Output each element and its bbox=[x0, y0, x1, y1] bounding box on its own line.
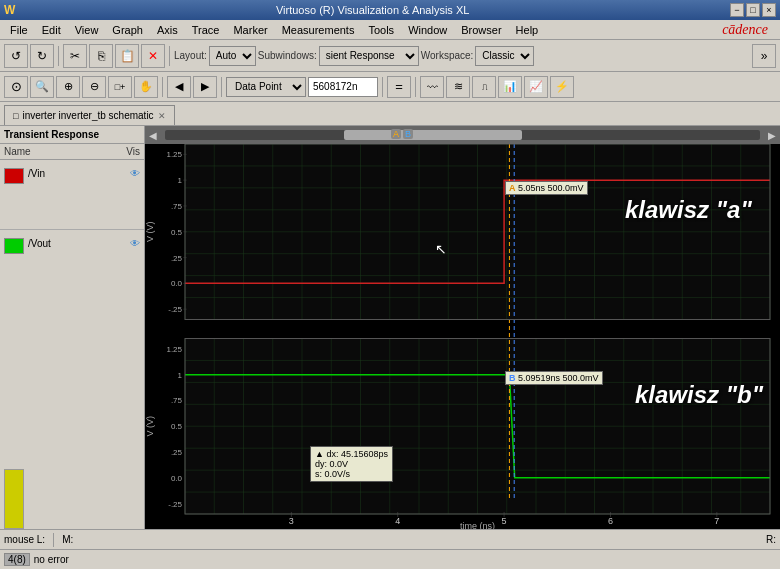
vout-vis-toggle[interactable]: 👁 bbox=[130, 238, 140, 249]
tab-label: inverter inverter_tb schematic bbox=[22, 110, 153, 121]
marker-a-icon: A bbox=[509, 183, 516, 193]
vin-vis-toggle[interactable]: 👁 bbox=[130, 168, 140, 179]
marker-a-scrollbar: A bbox=[391, 129, 401, 139]
menu-edit[interactable]: Edit bbox=[36, 23, 67, 37]
redo-button[interactable]: ↻ bbox=[30, 44, 54, 68]
vout-color-box bbox=[4, 238, 24, 254]
subwindows-select[interactable]: sient Response bbox=[319, 46, 419, 66]
marker-b-scrollbar: B bbox=[403, 129, 413, 139]
undo-button[interactable]: ↺ bbox=[4, 44, 28, 68]
panel-title: Transient Response bbox=[0, 126, 144, 144]
schematic-tab[interactable]: □ inverter inverter_tb schematic ✕ bbox=[4, 105, 175, 125]
error-count: 4(8) bbox=[4, 553, 30, 566]
datapoint-select[interactable]: Data Point bbox=[226, 77, 306, 97]
tab-bar: □ inverter inverter_tb schematic ✕ bbox=[0, 102, 780, 126]
pan-button[interactable]: ✋ bbox=[134, 76, 158, 98]
menu-axis[interactable]: Axis bbox=[151, 23, 184, 37]
workspace-label: Workspace: bbox=[421, 50, 474, 61]
bottom-bar: 4(8) no error bbox=[0, 549, 780, 569]
scroll-right-arrow[interactable]: ▶ bbox=[764, 130, 780, 141]
window-controls[interactable]: − □ × bbox=[730, 3, 776, 17]
toolbar-1: ↺ ↻ ✂ ⎘ 📋 ✕ Layout: Auto Subwindows: sie… bbox=[0, 40, 780, 72]
wave-btn2[interactable]: ≋ bbox=[446, 76, 470, 98]
menu-file[interactable]: File bbox=[4, 23, 34, 37]
app-icon: W bbox=[4, 3, 15, 17]
scroll-left-arrow[interactable]: ◀ bbox=[145, 130, 161, 141]
cut-button[interactable]: ✂ bbox=[63, 44, 87, 68]
error-message: no error bbox=[34, 554, 69, 565]
panel-header: Name Vis bbox=[0, 144, 144, 160]
chart-scrollbar[interactable]: ◀ A B ▶ bbox=[145, 126, 780, 144]
menu-graph[interactable]: Graph bbox=[106, 23, 149, 37]
close-button[interactable]: × bbox=[762, 3, 776, 17]
delete-button[interactable]: ✕ bbox=[141, 44, 165, 68]
menu-marker[interactable]: Marker bbox=[227, 23, 273, 37]
wave-btn3[interactable]: ⎍ bbox=[472, 76, 496, 98]
separator-1 bbox=[58, 46, 59, 66]
cadence-logo: cādence bbox=[722, 22, 776, 38]
separator-6 bbox=[415, 77, 416, 97]
menu-help[interactable]: Help bbox=[510, 23, 545, 37]
more-button[interactable]: » bbox=[752, 44, 776, 68]
toolbar-2: ⊙ 🔍 ⊕ ⊖ □+ ✋ ◀ ▶ Data Point 5608172n = 〰… bbox=[0, 72, 780, 102]
window-title: Virtuoso (R) Visualization & Analysis XL bbox=[15, 4, 730, 16]
prev-button[interactable]: ◀ bbox=[167, 76, 191, 98]
delta-dx: ▲ dx: 45.15608ps bbox=[315, 449, 388, 459]
mouse-l-label: mouse L: bbox=[4, 534, 45, 545]
klawisz-b-label: klawisz "b" bbox=[635, 381, 763, 409]
separator-5 bbox=[382, 77, 383, 97]
zoom-fit-button[interactable]: ⊙ bbox=[4, 76, 28, 98]
main-content: Transient Response Name Vis /Vin 👁 /Vout… bbox=[0, 126, 780, 529]
menu-view[interactable]: View bbox=[69, 23, 105, 37]
scrollbar-track[interactable]: A B bbox=[165, 130, 760, 140]
menu-window[interactable]: Window bbox=[402, 23, 453, 37]
menu-trace[interactable]: Trace bbox=[186, 23, 226, 37]
left-panel: Transient Response Name Vis /Vin 👁 /Vout… bbox=[0, 126, 145, 529]
wave-btn6[interactable]: ⚡ bbox=[550, 76, 574, 98]
calc-button[interactable]: = bbox=[387, 76, 411, 98]
wave-btn1[interactable]: 〰 bbox=[420, 76, 444, 98]
zoom-in2-button[interactable]: ⊕ bbox=[56, 76, 80, 98]
scrollbar-thumb[interactable] bbox=[344, 130, 523, 140]
separator-2 bbox=[169, 46, 170, 66]
paste-button[interactable]: 📋 bbox=[115, 44, 139, 68]
klawisz-a-label: klawisz "a" bbox=[625, 196, 752, 224]
marker-b-label: B 5.09519ns 500.0mV bbox=[505, 371, 603, 385]
menu-tools[interactable]: Tools bbox=[362, 23, 400, 37]
delta-box: ▲ dx: 45.15608ps dy: 0.0V s: 0.0V/s bbox=[310, 446, 393, 482]
datapoint-input[interactable]: 5608172n bbox=[308, 77, 378, 97]
layout-select[interactable]: Auto bbox=[209, 46, 256, 66]
subwindows-label: Subwindows: bbox=[258, 50, 317, 61]
copy-button[interactable]: ⎘ bbox=[89, 44, 113, 68]
maximize-button[interactable]: □ bbox=[746, 3, 760, 17]
zoom-box-button[interactable]: □+ bbox=[108, 76, 132, 98]
signal-row-vout: /Vout 👁 bbox=[0, 230, 144, 300]
menu-measurements[interactable]: Measurements bbox=[276, 23, 361, 37]
chart-wrapper: ◀ A B ▶ A 5.05ns 500.0mV klawisz "a" bbox=[145, 126, 780, 529]
title-bar: W Virtuoso (R) Visualization & Analysis … bbox=[0, 0, 780, 20]
zoom-out-button[interactable]: ⊖ bbox=[82, 76, 106, 98]
signal-row-vin: /Vin 👁 bbox=[0, 160, 144, 230]
status-sep1 bbox=[53, 533, 54, 547]
zoom-in-button[interactable]: 🔍 bbox=[30, 76, 54, 98]
marker-b-time: 5.09519ns 500.0mV bbox=[518, 373, 599, 383]
delta-dy: dy: 0.0V bbox=[315, 459, 388, 469]
menu-bar: File Edit View Graph Axis Trace Marker M… bbox=[0, 20, 780, 40]
next-button[interactable]: ▶ bbox=[193, 76, 217, 98]
minimize-button[interactable]: − bbox=[730, 3, 744, 17]
m-label: M: bbox=[62, 534, 73, 545]
chart-area[interactable]: ◀ A B ▶ A 5.05ns 500.0mV klawisz "a" bbox=[145, 126, 780, 529]
vin-color-box bbox=[4, 168, 24, 184]
col-name: Name bbox=[4, 146, 126, 157]
wave-btn5[interactable]: 📈 bbox=[524, 76, 548, 98]
menu-browser[interactable]: Browser bbox=[455, 23, 507, 37]
tab-close-button[interactable]: ✕ bbox=[158, 111, 166, 121]
marker-a-time: 5.05ns 500.0mV bbox=[518, 183, 584, 193]
marker-b-icon: B bbox=[509, 373, 516, 383]
tab-icon: □ bbox=[13, 111, 18, 121]
layout-label: Layout: bbox=[174, 50, 207, 61]
workspace-select[interactable]: Classic bbox=[475, 46, 534, 66]
vout-label: /Vout bbox=[28, 238, 126, 249]
wave-btn4[interactable]: 📊 bbox=[498, 76, 522, 98]
vin-label: /Vin bbox=[28, 168, 126, 179]
